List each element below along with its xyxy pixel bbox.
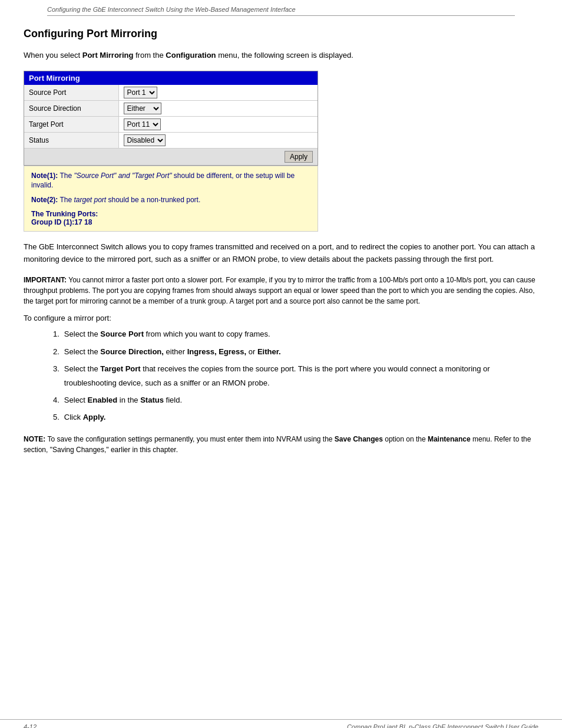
target-port-select[interactable]: Port 11 bbox=[124, 118, 161, 130]
note2-label: Note(2): bbox=[31, 196, 58, 204]
status-select[interactable]: Disabled Enabled bbox=[124, 134, 166, 146]
important-block: IMPORTANT: You cannot mirror a faster po… bbox=[24, 275, 538, 307]
footer-right: Compaq ProLiant BL p-Class GbE Interconn… bbox=[347, 723, 538, 728]
list-item: 2. Select the Source Direction, either I… bbox=[53, 345, 538, 358]
note2: Note(2): The target port should be a non… bbox=[31, 195, 310, 205]
port-mirroring-widget: Port Mirroring Source Port Port 1 Source… bbox=[24, 71, 538, 232]
list-item: 1. Select the Source Port from which you… bbox=[53, 327, 538, 341]
source-port-value: Port 1 bbox=[118, 85, 318, 101]
note-block: NOTE: To save the configuration settings… bbox=[24, 434, 538, 455]
trunking-data: Group ID (1):17 18 bbox=[31, 218, 310, 226]
status-label: Status bbox=[24, 132, 118, 148]
step4-text: Select Enabled in the Status field. bbox=[64, 393, 182, 407]
note-block-text: To save the configuration settings perma… bbox=[24, 435, 531, 454]
important-label: IMPORTANT: bbox=[24, 276, 67, 284]
body-paragraph1: The GbE Interconnect Switch allows you t… bbox=[24, 241, 538, 266]
source-port-select[interactable]: Port 1 bbox=[124, 87, 157, 98]
trunking-title: The Trunking Ports: bbox=[31, 210, 310, 218]
target-port-label: Target Port bbox=[24, 116, 118, 132]
step5-text: Click Apply. bbox=[64, 410, 106, 424]
note1-label: Note(1): bbox=[31, 172, 58, 180]
page-header-text: Configuring the GbE Interconnect Switch … bbox=[47, 6, 515, 15]
notes-box: Note(1): The "Source Port" and "Target P… bbox=[24, 166, 318, 232]
section-title: Configuring Port Mirroring bbox=[24, 28, 538, 40]
pm-table-header: Port Mirroring bbox=[24, 71, 318, 85]
source-direction-value: Either Ingress Egress bbox=[118, 100, 318, 116]
steps-intro: To configure a mirror port: bbox=[24, 314, 538, 322]
step-num: 5. bbox=[53, 410, 59, 424]
apply-button[interactable]: Apply bbox=[285, 151, 313, 163]
step1-text: Select the Source Port from which you wa… bbox=[64, 327, 270, 341]
footer-left: 4-12 bbox=[24, 723, 37, 728]
step2-text: Select the Source Direction, either Ingr… bbox=[64, 345, 281, 358]
steps-list: 1. Select the Source Port from which you… bbox=[35, 327, 538, 424]
apply-row: Apply bbox=[24, 149, 318, 165]
source-direction-select[interactable]: Either Ingress Egress bbox=[124, 103, 161, 114]
trunking-section: The Trunking Ports: Group ID (1):17 18 bbox=[31, 210, 310, 226]
source-port-label: Source Port bbox=[24, 85, 118, 101]
important-text: You cannot mirror a faster port onto a s… bbox=[24, 276, 535, 305]
table-row: Source Port Port 1 bbox=[24, 85, 318, 101]
list-item: 5. Click Apply. bbox=[53, 410, 538, 424]
pm-table: Source Port Port 1 Source Direction Eith… bbox=[24, 85, 318, 149]
intro-bold-configuration: Configuration bbox=[166, 51, 216, 60]
list-item: 4. Select Enabled in the Status field. bbox=[53, 393, 538, 407]
step-num: 3. bbox=[53, 362, 59, 390]
table-row: Status Disabled Enabled bbox=[24, 132, 318, 148]
note2-text: The target port should be a non-trunked … bbox=[59, 196, 200, 204]
note1: Note(1): The "Source Port" and "Target P… bbox=[31, 171, 310, 191]
step-num: 1. bbox=[53, 327, 59, 341]
pm-table-wrapper: Port Mirroring Source Port Port 1 Source… bbox=[24, 71, 318, 166]
intro-bold-port-mirroring: Port Mirroring bbox=[82, 51, 134, 60]
step3-text: Select the Target Port that receives the… bbox=[64, 362, 538, 390]
intro-paragraph: When you select Port Mirroring from the … bbox=[24, 50, 538, 61]
page-footer: 4-12 Compaq ProLiant BL p-Class GbE Inte… bbox=[0, 719, 562, 728]
table-row: Source Direction Either Ingress Egress bbox=[24, 100, 318, 116]
target-port-value: Port 11 bbox=[118, 116, 318, 132]
table-row: Target Port Port 11 bbox=[24, 116, 318, 132]
note1-text: The "Source Port" and "Target Port" shou… bbox=[31, 172, 295, 190]
status-value: Disabled Enabled bbox=[118, 132, 318, 148]
step-num: 2. bbox=[53, 345, 59, 358]
source-direction-label: Source Direction bbox=[24, 100, 118, 116]
step-num: 4. bbox=[53, 393, 59, 407]
list-item: 3. Select the Target Port that receives … bbox=[53, 362, 538, 390]
note-block-label: NOTE: bbox=[24, 435, 45, 443]
